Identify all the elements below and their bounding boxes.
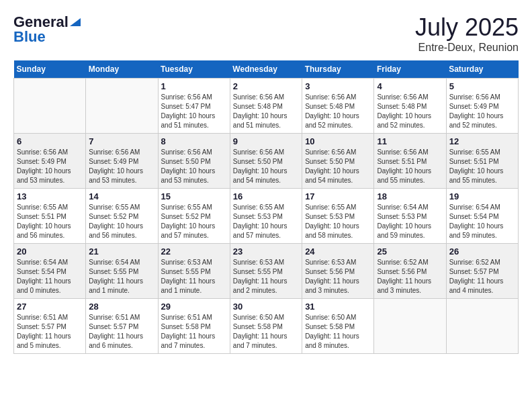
location-title: Entre-Deux, Reunion	[415, 42, 519, 54]
day-info: Sunrise: 6:51 AM Sunset: 5:57 PM Dayligh…	[89, 313, 154, 351]
calendar-cell: 20Sunrise: 6:54 AM Sunset: 5:54 PM Dayli…	[14, 244, 86, 299]
day-number: 7	[89, 136, 154, 146]
day-info: Sunrise: 6:55 AM Sunset: 5:51 PM Dayligh…	[449, 148, 515, 185]
day-number: 6	[17, 136, 83, 146]
header-wednesday: Wednesday	[230, 60, 302, 79]
day-number: 1	[161, 81, 227, 91]
calendar-cell: 22Sunrise: 6:53 AM Sunset: 5:55 PM Dayli…	[158, 244, 230, 299]
day-number: 29	[161, 302, 227, 312]
day-info: Sunrise: 6:55 AM Sunset: 5:51 PM Dayligh…	[17, 203, 83, 240]
day-number: 15	[161, 191, 227, 201]
day-number: 20	[17, 246, 83, 257]
day-number: 10	[305, 136, 371, 146]
calendar-cell: 4Sunrise: 6:56 AM Sunset: 5:48 PM Daylig…	[374, 79, 446, 134]
day-number: 17	[305, 191, 371, 201]
calendar-cell: 18Sunrise: 6:54 AM Sunset: 5:53 PM Dayli…	[374, 189, 446, 244]
day-number: 18	[377, 191, 443, 201]
calendar-cell: 5Sunrise: 6:56 AM Sunset: 5:49 PM Daylig…	[446, 79, 518, 134]
day-info: Sunrise: 6:53 AM Sunset: 5:55 PM Dayligh…	[161, 258, 227, 295]
day-number: 22	[161, 246, 227, 257]
calendar-cell	[446, 299, 518, 354]
calendar-cell: 30Sunrise: 6:50 AM Sunset: 5:58 PM Dayli…	[230, 299, 302, 354]
header-saturday: Saturday	[446, 60, 518, 79]
day-info: Sunrise: 6:55 AM Sunset: 5:53 PM Dayligh…	[233, 203, 299, 240]
calendar-cell: 29Sunrise: 6:51 AM Sunset: 5:58 PM Dayli…	[158, 299, 230, 354]
calendar-cell: 31Sunrise: 6:50 AM Sunset: 5:58 PM Dayli…	[302, 299, 374, 354]
calendar-cell: 1Sunrise: 6:56 AM Sunset: 5:47 PM Daylig…	[158, 79, 230, 134]
calendar-cell: 14Sunrise: 6:55 AM Sunset: 5:52 PM Dayli…	[86, 189, 158, 244]
day-number: 31	[305, 302, 371, 312]
day-number: 26	[449, 246, 515, 257]
page-header: General Blue July 2025 Entre-Deux, Reuni…	[13, 13, 519, 54]
calendar-cell	[86, 79, 158, 134]
day-info: Sunrise: 6:56 AM Sunset: 5:50 PM Dayligh…	[233, 148, 299, 185]
day-info: Sunrise: 6:50 AM Sunset: 5:58 PM Dayligh…	[233, 313, 299, 351]
calendar-cell: 25Sunrise: 6:52 AM Sunset: 5:56 PM Dayli…	[374, 244, 446, 299]
day-info: Sunrise: 6:56 AM Sunset: 5:50 PM Dayligh…	[305, 148, 371, 185]
calendar-cell: 28Sunrise: 6:51 AM Sunset: 5:57 PM Dayli…	[86, 299, 158, 354]
day-info: Sunrise: 6:56 AM Sunset: 5:49 PM Dayligh…	[17, 148, 83, 185]
calendar-cell: 15Sunrise: 6:55 AM Sunset: 5:52 PM Dayli…	[158, 189, 230, 244]
day-number: 13	[17, 191, 83, 201]
day-info: Sunrise: 6:56 AM Sunset: 5:50 PM Dayligh…	[161, 148, 227, 185]
day-number: 27	[17, 302, 83, 312]
calendar-cell: 12Sunrise: 6:55 AM Sunset: 5:51 PM Dayli…	[446, 134, 518, 189]
logo-blue: Blue	[13, 28, 46, 46]
calendar-cell: 13Sunrise: 6:55 AM Sunset: 5:51 PM Dayli…	[14, 189, 86, 244]
calendar-cell: 11Sunrise: 6:56 AM Sunset: 5:51 PM Dayli…	[374, 134, 446, 189]
day-number: 28	[89, 302, 154, 312]
calendar-cell: 23Sunrise: 6:53 AM Sunset: 5:55 PM Dayli…	[230, 244, 302, 299]
calendar-week-4: 20Sunrise: 6:54 AM Sunset: 5:54 PM Dayli…	[14, 244, 519, 299]
day-number: 21	[89, 246, 154, 257]
day-info: Sunrise: 6:53 AM Sunset: 5:56 PM Dayligh…	[305, 258, 371, 295]
month-title: July 2025	[415, 13, 519, 42]
calendar-cell: 8Sunrise: 6:56 AM Sunset: 5:50 PM Daylig…	[158, 134, 230, 189]
day-info: Sunrise: 6:55 AM Sunset: 5:52 PM Dayligh…	[89, 203, 154, 240]
day-info: Sunrise: 6:55 AM Sunset: 5:53 PM Dayligh…	[305, 203, 371, 240]
header-tuesday: Tuesday	[158, 60, 230, 79]
calendar-cell: 9Sunrise: 6:56 AM Sunset: 5:50 PM Daylig…	[230, 134, 302, 189]
day-info: Sunrise: 6:50 AM Sunset: 5:58 PM Dayligh…	[305, 313, 371, 351]
header-thursday: Thursday	[302, 60, 374, 79]
day-number: 16	[233, 191, 299, 201]
calendar-week-1: 1Sunrise: 6:56 AM Sunset: 5:47 PM Daylig…	[14, 79, 519, 134]
calendar-cell: 27Sunrise: 6:51 AM Sunset: 5:57 PM Dayli…	[14, 299, 86, 354]
calendar-cell: 26Sunrise: 6:52 AM Sunset: 5:57 PM Dayli…	[446, 244, 518, 299]
calendar-cell: 6Sunrise: 6:56 AM Sunset: 5:49 PM Daylig…	[14, 134, 86, 189]
day-info: Sunrise: 6:56 AM Sunset: 5:48 PM Dayligh…	[233, 93, 299, 130]
day-info: Sunrise: 6:54 AM Sunset: 5:54 PM Dayligh…	[449, 203, 515, 240]
day-number: 12	[449, 136, 515, 146]
day-number: 8	[161, 136, 227, 146]
day-number: 24	[305, 246, 371, 257]
calendar-cell: 3Sunrise: 6:56 AM Sunset: 5:48 PM Daylig…	[302, 79, 374, 134]
calendar-cell: 24Sunrise: 6:53 AM Sunset: 5:56 PM Dayli…	[302, 244, 374, 299]
calendar-cell: 2Sunrise: 6:56 AM Sunset: 5:48 PM Daylig…	[230, 79, 302, 134]
day-info: Sunrise: 6:54 AM Sunset: 5:54 PM Dayligh…	[17, 258, 83, 295]
calendar-cell: 21Sunrise: 6:54 AM Sunset: 5:55 PM Dayli…	[86, 244, 158, 299]
calendar-week-5: 27Sunrise: 6:51 AM Sunset: 5:57 PM Dayli…	[14, 299, 519, 354]
day-info: Sunrise: 6:56 AM Sunset: 5:51 PM Dayligh…	[377, 148, 443, 185]
day-info: Sunrise: 6:56 AM Sunset: 5:48 PM Dayligh…	[377, 93, 443, 130]
day-info: Sunrise: 6:51 AM Sunset: 5:57 PM Dayligh…	[17, 313, 83, 351]
logo-icon	[70, 15, 81, 29]
title-section: July 2025 Entre-Deux, Reunion	[415, 13, 519, 54]
header-sunday: Sunday	[14, 60, 86, 79]
day-info: Sunrise: 6:52 AM Sunset: 5:57 PM Dayligh…	[449, 258, 515, 295]
header-monday: Monday	[86, 60, 158, 79]
day-info: Sunrise: 6:54 AM Sunset: 5:55 PM Dayligh…	[89, 258, 154, 295]
day-number: 11	[377, 136, 443, 146]
day-number: 5	[449, 81, 515, 91]
calendar-header-row: Sunday Monday Tuesday Wednesday Thursday…	[14, 60, 519, 79]
day-number: 23	[233, 246, 299, 257]
day-number: 4	[377, 81, 443, 91]
day-info: Sunrise: 6:56 AM Sunset: 5:49 PM Dayligh…	[449, 93, 515, 130]
day-info: Sunrise: 6:53 AM Sunset: 5:55 PM Dayligh…	[233, 258, 299, 295]
calendar-cell: 10Sunrise: 6:56 AM Sunset: 5:50 PM Dayli…	[302, 134, 374, 189]
day-number: 30	[233, 302, 299, 312]
day-info: Sunrise: 6:56 AM Sunset: 5:47 PM Dayligh…	[161, 93, 227, 130]
calendar-cell	[374, 299, 446, 354]
svg-marker-0	[70, 18, 81, 26]
calendar-cell: 7Sunrise: 6:56 AM Sunset: 5:49 PM Daylig…	[86, 134, 158, 189]
day-number: 14	[89, 191, 154, 201]
day-info: Sunrise: 6:52 AM Sunset: 5:56 PM Dayligh…	[377, 258, 443, 295]
